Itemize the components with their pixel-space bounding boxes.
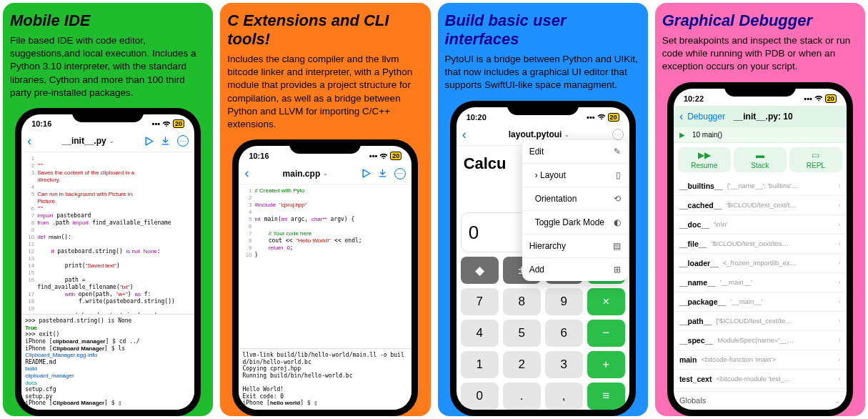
panel-desc: File based IDE with code editor, suggest… [10, 34, 206, 99]
file-title-dropdown[interactable]: main.cpp ⌄ [251, 169, 359, 179]
phone-mock: 10:22 ••• 20 ‹ Debugger __init__.py: 10 … [667, 82, 853, 416]
key-minus[interactable]: − [587, 320, 625, 347]
key-equals[interactable]: ≡ [587, 383, 625, 410]
var-row[interactable]: __path__['$ICLOUD/test_cext/te…› [674, 312, 847, 331]
menu-hierarchy[interactable]: Hierarchy ▤ [522, 235, 628, 258]
var-row[interactable]: __file__'$ICLOUD/test_cext/tes…› [674, 235, 847, 254]
key-comma[interactable]: , [545, 383, 583, 410]
file-title-dropdown[interactable]: layout.pytoui ⌄ [469, 129, 609, 139]
download-icon[interactable] [161, 137, 170, 146]
key-multiply[interactable]: × [587, 288, 625, 315]
phone-portrait-icon: ▯ [616, 170, 621, 180]
file-title: __init__.py [62, 136, 106, 146]
wifi-icon [597, 114, 606, 120]
key-clear[interactable]: ◆ [461, 257, 499, 284]
var-row[interactable]: __builtins__{'__name__': 'builtins'…› [674, 177, 847, 196]
current-line: ▶ 10 main() [674, 127, 847, 143]
var-row[interactable]: __name__'__main__'› [674, 273, 847, 292]
notch [507, 101, 579, 115]
key-6[interactable]: 6 [545, 320, 583, 347]
more-button[interactable]: ⋯ [612, 129, 624, 140]
var-row[interactable]: __spec__ModuleSpec(name='__…› [674, 331, 847, 350]
menu-layout[interactable]: › Layout ▯ [522, 164, 628, 187]
code-editor[interactable]: 1// Created with Pyto 2 3#include "cproj… [239, 184, 411, 262]
menu-toggle-dark[interactable]: Toggle Dark Mode ◐ [522, 211, 628, 235]
var-row[interactable]: main<bitcode-function 'main'>› [674, 350, 847, 370]
chevron-down-icon: ⌄ [109, 138, 114, 144]
clock: 10:16 [31, 119, 51, 128]
key-plus[interactable]: + [587, 351, 625, 378]
back-button[interactable]: ‹ [27, 134, 31, 149]
nav-bar: ‹ __init__.py ⌄ ⋯ [21, 131, 194, 152]
file-title: layout.pytoui [509, 129, 562, 139]
key-5[interactable]: 5 [503, 320, 541, 347]
variables-list[interactable]: __builtins__{'__name__': 'builtins'…› __… [674, 177, 847, 391]
menu-edit[interactable]: Edit ✎ [522, 140, 628, 164]
layers-icon: ▤ [613, 241, 621, 251]
feature-panel-ide: Mobile IDE File based IDE with code edit… [3, 3, 213, 416]
phone-mock: 10:16 ••• 20 ‹ main.cpp ⌄ [232, 139, 418, 416]
wifi-icon [162, 121, 171, 127]
battery-icon: 20 [825, 94, 837, 103]
chevron-right-icon: › [839, 182, 841, 189]
line-text: 10 main() [692, 131, 722, 139]
run-button[interactable] [361, 169, 371, 178]
terminal-output[interactable]: llvm-link build/lib/hello-world/main.ll … [239, 348, 411, 410]
stack-button[interactable]: ▬ Stack [734, 147, 787, 172]
debug-file: __init__.py: 10 [734, 112, 793, 122]
back-button[interactable]: ‹ [244, 166, 249, 181]
notch [289, 139, 361, 154]
wifi-icon [814, 95, 823, 102]
half-circle-icon: ◐ [614, 217, 621, 227]
notch [72, 108, 144, 122]
key-4[interactable]: 4 [461, 320, 499, 347]
code-editor[interactable]: 1 2""" 3Saves the content of the clipboa… [21, 152, 194, 315]
chevron-right-icon: › [839, 297, 841, 305]
chevron-right-icon: › [839, 336, 841, 344]
more-button[interactable]: ⋯ [177, 135, 189, 147]
menu-add[interactable]: Add ⊞ [522, 258, 628, 281]
btn-label: Resume [691, 162, 717, 169]
panel-title: Graphical Debugger [662, 11, 858, 30]
back-button[interactable]: ‹ [462, 127, 467, 142]
key-0[interactable]: 0 [461, 383, 499, 410]
more-button[interactable]: ⋯ [394, 168, 406, 179]
chevron-right-icon: › [839, 259, 841, 267]
var-row[interactable]: __doc__'\n\n'› [674, 215, 847, 235]
battery-icon: 20 [173, 119, 184, 128]
context-menu: Edit ✎ › Layout ▯ Orientation ⟲ Toggle D… [522, 140, 628, 281]
key-7[interactable]: 7 [461, 288, 499, 315]
back-button[interactable]: ‹ [679, 110, 683, 123]
key-1[interactable]: 1 [461, 351, 499, 378]
clock: 10:16 [249, 152, 269, 160]
rotate-icon: ⟲ [614, 194, 621, 204]
key-3[interactable]: 3 [545, 351, 583, 378]
var-row[interactable]: __cached__'$ICLOUD/test_cext/t…› [674, 196, 847, 215]
var-row[interactable]: __package__'__main__'› [674, 292, 847, 312]
debug-nav: ‹ Debugger __init__.py: 10 [674, 106, 847, 127]
panel-title: C Extensions and CLI tools! [227, 11, 423, 49]
chevron-down-icon: ⌄ [323, 170, 328, 177]
key-dot[interactable]: . [503, 383, 541, 410]
download-icon[interactable] [378, 169, 387, 178]
clock: 10:20 [467, 113, 487, 122]
clock: 10:22 [684, 94, 704, 103]
repl-button[interactable]: ▭ REPL [789, 147, 842, 172]
btn-label: REPL [807, 162, 825, 169]
var-row[interactable]: test_cext<bitcode-module 'test_…› [674, 370, 847, 389]
notch [724, 82, 796, 97]
menu-label: Orientation [535, 194, 577, 204]
back-label[interactable]: Debugger [687, 112, 725, 122]
var-row[interactable]: __loader__<_frozen_importlib_ex…› [674, 254, 847, 273]
resume-button[interactable]: ▶▶ Resume [678, 147, 731, 172]
key-8[interactable]: 8 [503, 288, 541, 315]
phone-screen: 10:20 ••• 20 ‹ layout.pytoui ⌄ ⋯ [457, 107, 629, 410]
menu-orientation[interactable]: Orientation ⟲ [522, 187, 628, 211]
globals-toggle[interactable]: Globals ⌄ [674, 391, 847, 410]
key-9[interactable]: 9 [545, 288, 583, 315]
run-button[interactable] [144, 137, 154, 146]
file-title-dropdown[interactable]: __init__.py ⌄ [34, 136, 141, 146]
terminal-output[interactable]: >>> pasteboard.string() is None True >>>… [21, 314, 194, 410]
key-2[interactable]: 2 [503, 351, 541, 378]
wifi-icon [379, 153, 388, 159]
